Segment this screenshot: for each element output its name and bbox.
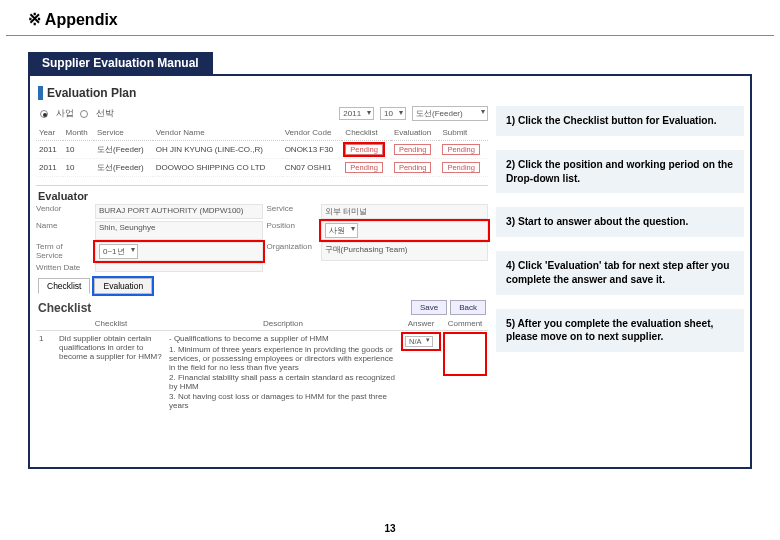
desc-title: - Qualifications to become a supplier of… — [169, 334, 397, 343]
vendor-value: BURAJ PORT AUTHORITY (MDPW100) — [95, 204, 263, 219]
plan-table: Year Month Service Vendor Name Vendor Co… — [36, 125, 488, 177]
service-value: 외부 터미널 — [321, 204, 489, 219]
checklist-table: Checklist Description Answer Comment 1 D… — [36, 317, 488, 414]
cell: OH JIN KYUNG (LINE-CO.,R) — [153, 141, 282, 159]
month-select[interactable]: 10 — [380, 107, 406, 120]
cell: 도선(Feeder) — [94, 141, 153, 159]
position-value: 사원 — [325, 223, 358, 238]
cell: Pending — [439, 159, 488, 177]
scope-radio-row: 사업 선박 2011 10 도선(Feeder) — [40, 106, 488, 121]
cell: 도선(Feeder) — [94, 159, 153, 177]
embedded-screenshot: Evaluation Plan 사업 선박 2011 10 도선(Feeder)… — [36, 82, 488, 465]
col-comment: Comment — [442, 317, 488, 331]
vendor-label: Vendor — [36, 204, 91, 219]
checklist-row: 1 Did supplier obtain certain qualificat… — [36, 331, 488, 415]
q-text: Did supplier obtain certain qualificatio… — [56, 331, 166, 415]
term-select[interactable]: 0~1년 — [95, 242, 263, 261]
radio-ship[interactable] — [80, 110, 88, 118]
desc-item: 3. Not having cost loss or damages to HM… — [169, 392, 397, 410]
instruction-1: 1) Click the Checklist button for Evalua… — [496, 106, 744, 136]
instruction-5: 5) After you complete the evaluation she… — [496, 309, 744, 353]
content-panel: Evaluation Plan 사업 선박 2011 10 도선(Feeder)… — [28, 74, 752, 469]
term-value: 0~1년 — [99, 244, 138, 259]
col-answer: Answer — [400, 317, 442, 331]
radio-business-label: 사업 — [56, 107, 74, 120]
evaluation-plan-label: Evaluation Plan — [47, 86, 136, 100]
radio-business[interactable] — [40, 110, 48, 118]
term-label: Term of Service — [36, 242, 91, 261]
evaluation-button[interactable]: Pending — [394, 144, 432, 155]
col-year: Year — [36, 125, 63, 141]
col-month: Month — [63, 125, 94, 141]
col-evaluation: Evaluation — [391, 125, 440, 141]
evaluator-heading: Evaluator — [38, 190, 488, 202]
cell: ONOK13 F30 — [282, 141, 343, 159]
name-value: Shin, Seunghye — [95, 221, 263, 240]
instruction-2: 2) Click the position and working period… — [496, 150, 744, 194]
col-vendor-code: Vendor Code — [282, 125, 343, 141]
instruction-3: 3) Start to answer about the question. — [496, 207, 744, 237]
radio-ship-label: 선박 — [96, 107, 114, 120]
year-select[interactable]: 2011 — [339, 107, 374, 120]
table-row: 2011 10 도선(Feeder) OH JIN KYUNG (LINE-CO… — [36, 141, 488, 159]
desc-item: 2. Financial stability shall pass a cert… — [169, 373, 397, 391]
plan-table-header-row: Year Month Service Vendor Name Vendor Co… — [36, 125, 488, 141]
instruction-4: 4) Click 'Evaluation' tab for next step … — [496, 251, 744, 295]
instruction-list: 1) Click the Checklist button for Evalua… — [496, 106, 744, 352]
cell: Pending — [342, 141, 391, 159]
position-select[interactable]: 사원 — [321, 221, 489, 240]
col-checklist: Checklist — [342, 125, 391, 141]
page-title: ※ Appendix — [6, 0, 774, 36]
back-button[interactable]: Back — [450, 300, 486, 315]
col-checklist-q: Checklist — [56, 317, 166, 331]
cell: Pending — [391, 141, 440, 159]
cell: 10 — [63, 159, 94, 177]
checklist-button[interactable]: Pending — [345, 162, 383, 173]
cell: DOOWOO SHIPPING CO LTD — [153, 159, 282, 177]
page-number: 13 — [0, 523, 780, 534]
col-service: Service — [94, 125, 153, 141]
answer-select[interactable]: N/A — [405, 336, 433, 347]
submit-button[interactable]: Pending — [442, 162, 480, 173]
evaluation-button[interactable]: Pending — [394, 162, 432, 173]
col-vendor-name: Vendor Name — [153, 125, 282, 141]
written-date-label: Written Date — [36, 263, 91, 272]
name-label: Name — [36, 221, 91, 240]
evaluation-plan-heading: Evaluation Plan — [38, 86, 488, 100]
col-submit: Submit — [439, 125, 488, 141]
checklist-button[interactable]: Pending — [345, 144, 383, 155]
cell: CN07 OSHI1 — [282, 159, 343, 177]
filter-select[interactable]: 도선(Feeder) — [412, 106, 488, 121]
cell: Pending — [391, 159, 440, 177]
checklist-heading: Checklist — [38, 301, 91, 315]
comment-cell — [442, 331, 488, 415]
answer-cell: N/A — [400, 331, 442, 415]
cell: 2011 — [36, 159, 63, 177]
comment-highlight[interactable] — [445, 334, 485, 374]
position-label: Position — [267, 221, 317, 240]
save-button[interactable]: Save — [411, 300, 447, 315]
q-number: 1 — [36, 331, 56, 415]
cell: Pending — [342, 159, 391, 177]
desc-item: 1. Minimum of three years experience in … — [169, 345, 397, 372]
submit-button[interactable]: Pending — [442, 144, 480, 155]
tab-evaluation[interactable]: Evaluation — [94, 278, 152, 294]
org-label: Organization — [267, 242, 317, 261]
answer-highlight: N/A — [403, 334, 439, 349]
page: ※ Appendix Supplier Evaluation Manual Ev… — [0, 0, 780, 540]
service-label: Service — [267, 204, 317, 219]
cell: 10 — [63, 141, 94, 159]
checklist-header-row: Checklist Description Answer Comment — [36, 317, 488, 331]
org-value: 구매(Purchasing Team) — [321, 242, 489, 261]
tab-checklist[interactable]: Checklist — [38, 278, 90, 294]
q-description: - Qualifications to become a supplier of… — [166, 331, 400, 415]
col-description: Description — [166, 317, 400, 331]
action-buttons: Save Back — [411, 300, 486, 315]
table-row: 2011 10 도선(Feeder) DOOWOO SHIPPING CO LT… — [36, 159, 488, 177]
cell: 2011 — [36, 141, 63, 159]
divider — [36, 185, 488, 186]
heading-accent-bar — [38, 86, 43, 100]
tab-bar: Checklist Evaluation — [38, 278, 488, 294]
written-date-value — [95, 263, 263, 272]
section-subtitle: Supplier Evaluation Manual — [28, 52, 213, 74]
